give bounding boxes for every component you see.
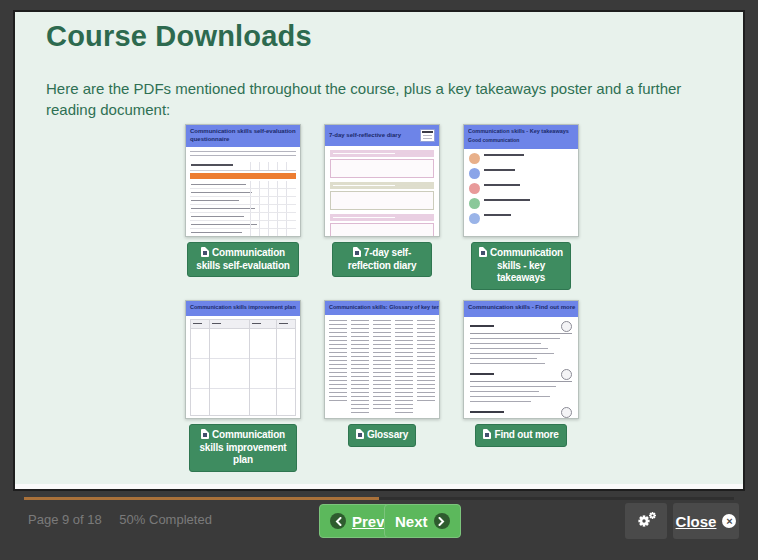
download-button-glossary[interactable]: Glossary (348, 424, 416, 447)
download-item-key-takeaways: Communication skills - Key takeaways Goo… (459, 124, 583, 290)
doc-title: Communication skills - Key takeaways (468, 128, 574, 135)
doc-title: Communication skills improvement plan (186, 301, 300, 316)
page-counter: Page 9 of 18 (28, 512, 102, 527)
downloads-row-1: Communication skills self-evaluation que… (181, 124, 583, 290)
download-item-improvement-plan: Communication skills improvement plan Co… (181, 300, 305, 472)
close-circle-icon (722, 514, 736, 528)
ears-icon (469, 168, 480, 179)
pdf-preview-self-evaluation: Communication skills self-evaluation que… (185, 124, 301, 237)
download-button-diary[interactable]: 7-day self-reflection diary (332, 242, 432, 277)
chevron-left-icon (330, 513, 346, 529)
doc-subtitle: Good communication (468, 137, 574, 144)
progress-fill (24, 497, 379, 500)
progress-bar (24, 497, 734, 500)
doc-body (464, 153, 578, 224)
next-button[interactable]: Next (384, 504, 461, 538)
pdf-preview-find-out-more: Communication skills - Find out more (463, 300, 579, 419)
download-button-find-out-more[interactable]: Find out more (475, 424, 566, 447)
pdf-preview-improvement-plan: Communication skills improvement plan (185, 300, 301, 419)
download-item-self-evaluation: Communication skills self-evaluation que… (181, 124, 305, 290)
doc-title: Communication skills self-evaluation que… (186, 125, 300, 147)
reading-icon (561, 407, 572, 418)
doc-body (325, 146, 439, 237)
downloads-row-2: Communication skills improvement plan Co… (181, 300, 583, 472)
download-item-diary: 7-day self-reflective diary 7-day self-r… (320, 124, 444, 290)
doc-title: 7-day self-reflective diary (329, 132, 401, 140)
book-icon (561, 369, 572, 380)
pdf-preview-key-takeaways: Communication skills - Key takeaways Goo… (463, 124, 579, 237)
page-subtitle: Here are the PDFs mentioned throughout t… (46, 78, 724, 120)
doc-title: Communication skills - Find out more (464, 301, 578, 317)
file-icon (479, 247, 487, 257)
file-icon (201, 247, 209, 257)
close-button[interactable]: Close (673, 503, 739, 539)
signpost-icon (469, 198, 480, 209)
page-info: Page 9 of 18 50% Completed (28, 512, 226, 527)
video-icon (561, 321, 572, 332)
pdf-preview-glossary: Communication skills: Glossary of key te… (324, 300, 440, 419)
download-item-glossary: Communication skills: Glossary of key te… (320, 300, 444, 472)
brain-icon (469, 153, 480, 164)
page-title: Course Downloads (46, 20, 312, 53)
next-label: Next (395, 513, 428, 530)
download-button-improvement-plan[interactable]: Communication skills improvement plan (189, 424, 297, 472)
close-label: Close (676, 513, 717, 530)
file-icon (353, 247, 361, 257)
file-icon (356, 429, 364, 439)
cogs-icon (636, 511, 657, 531)
settings-button[interactable] (625, 503, 667, 539)
doc-title: Communication skills: Glossary of key te… (325, 301, 439, 315)
prev-label: Prev (352, 513, 385, 530)
doc-body (186, 147, 300, 237)
doc-body (329, 320, 435, 416)
orange-table-row (190, 173, 296, 179)
slide-content-area: Course Downloads Here are the PDFs menti… (13, 10, 745, 491)
car-icon (469, 213, 480, 224)
chart-icon (469, 183, 480, 194)
file-icon (483, 429, 491, 439)
download-item-find-out-more: Communication skills - Find out more Fin… (459, 300, 583, 472)
pdf-preview-diary: 7-day self-reflective diary (324, 124, 440, 237)
download-button-key-takeaways[interactable]: Communication skills - key takeaways (471, 242, 571, 290)
doc-body (190, 319, 296, 416)
doc-body (464, 317, 578, 419)
file-icon (201, 429, 209, 439)
notepad-icon (420, 129, 435, 142)
download-button-self-evaluation[interactable]: Communication skills self-evaluation (187, 242, 299, 277)
chevron-right-icon (434, 513, 450, 529)
completion-status: 50% Completed (119, 512, 212, 527)
